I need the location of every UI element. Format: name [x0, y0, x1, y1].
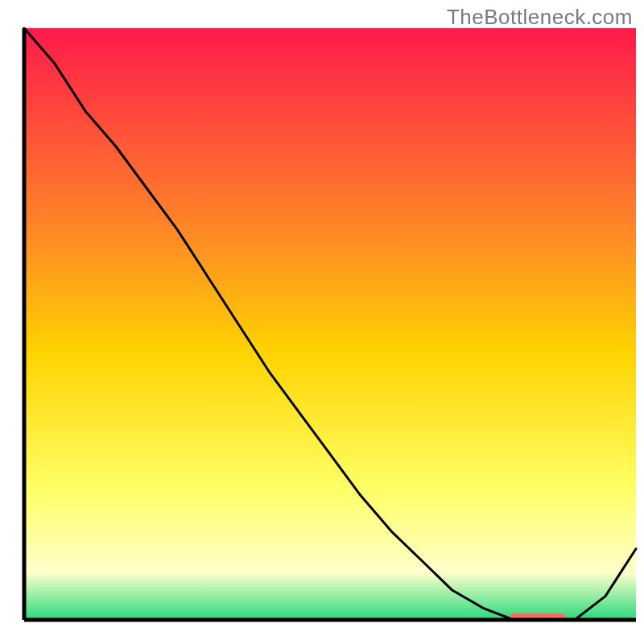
chart-svg: [0, 0, 644, 644]
gradient-background: [24, 28, 636, 620]
chart-container: { "watermark": "TheBottleneck.com", "col…: [0, 0, 644, 644]
